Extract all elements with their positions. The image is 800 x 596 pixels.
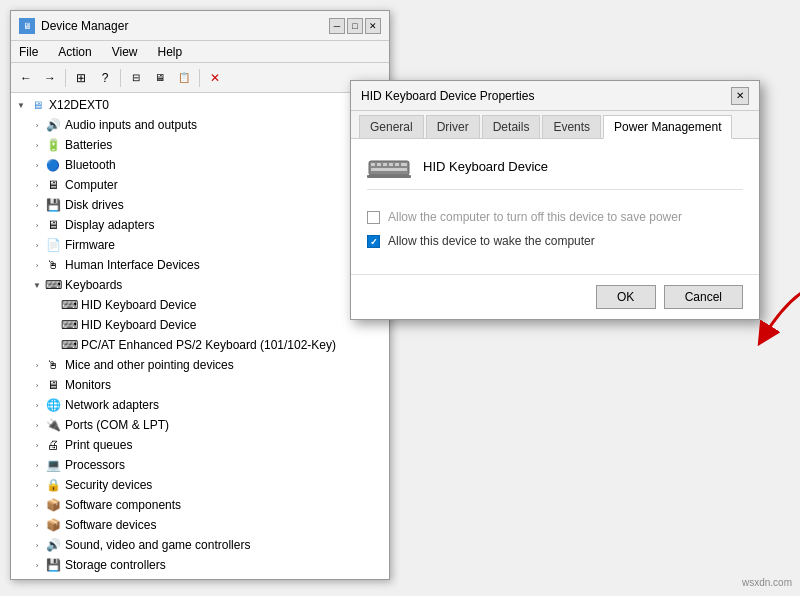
item-label: Monitors [65, 378, 111, 392]
expand-icon: › [31, 359, 43, 371]
keyboards-label: Keyboards [65, 278, 122, 292]
toolbar-sep1 [65, 69, 66, 87]
tab-general[interactable]: General [359, 115, 424, 138]
dialog-tabs: General Driver Details Events Power Mana… [351, 111, 759, 139]
list-item[interactable]: › 🔌 Ports (COM & LPT) [11, 415, 389, 435]
properties-dialog: HID Keyboard Device Properties ✕ General… [350, 80, 760, 320]
svg-rect-5 [395, 163, 399, 166]
menu-view[interactable]: View [108, 44, 142, 60]
cancel-button[interactable]: Cancel [664, 285, 743, 309]
item-label: System devices [65, 578, 149, 579]
item-label: Mice and other pointing devices [65, 358, 234, 372]
list-item[interactable]: ⌨ PC/AT Enhanced PS/2 Keyboard (101/102-… [11, 335, 389, 355]
expand-icon: › [31, 499, 43, 511]
expand-icon [47, 299, 59, 311]
expand-icon: › [31, 479, 43, 491]
list-item[interactable]: › 🔵 Bluetooth [11, 155, 389, 175]
expand-icon: › [31, 139, 43, 151]
expand-icon: › [31, 559, 43, 571]
window-icon: 🖥 [19, 18, 35, 34]
list-item[interactable]: › 🖱 Mice and other pointing devices [11, 355, 389, 375]
list-item[interactable]: › 💾 Storage controllers [11, 555, 389, 575]
print-icon: 🖨 [45, 437, 61, 453]
toolbar-clipboard[interactable]: 📋 [173, 67, 195, 89]
list-item[interactable]: › 🖥 Computer [11, 175, 389, 195]
tab-driver[interactable]: Driver [426, 115, 480, 138]
tab-events[interactable]: Events [542, 115, 601, 138]
keyboards-item[interactable]: ▼ ⌨ Keyboards [11, 275, 389, 295]
close-button[interactable]: ✕ [365, 18, 381, 34]
list-item[interactable]: › 💻 Processors [11, 455, 389, 475]
toolbar-back[interactable]: ← [15, 67, 37, 89]
svg-rect-6 [401, 163, 407, 166]
list-item[interactable]: › 📦 Software components [11, 495, 389, 515]
root-label: X12DEXT0 [49, 98, 109, 112]
device-manager-window: 🖥 Device Manager ─ □ ✕ File Action View … [10, 10, 390, 580]
list-item[interactable]: ⌨ HID Keyboard Device [11, 315, 389, 335]
list-item[interactable]: › 🔊 Sound, video and game controllers [11, 535, 389, 555]
list-item[interactable]: › 🖨 Print queues [11, 435, 389, 455]
monitors-icon: 🖥 [45, 377, 61, 393]
toolbar-display[interactable]: 🖥 [149, 67, 171, 89]
toolbar-scan[interactable]: ⊟ [125, 67, 147, 89]
tab-power-management[interactable]: Power Management [603, 115, 732, 139]
expand-icon: › [31, 439, 43, 451]
item-label: Network adapters [65, 398, 159, 412]
menu-help[interactable]: Help [154, 44, 187, 60]
svg-rect-3 [383, 163, 387, 166]
expand-icon [47, 339, 59, 351]
computer-icon: 🖥 [29, 97, 45, 113]
list-item[interactable]: › 💾 Disk drives [11, 195, 389, 215]
item-label: HID Keyboard Device [81, 318, 196, 332]
toolbar-properties[interactable]: ⊞ [70, 67, 92, 89]
storage-icon: 💾 [45, 557, 61, 573]
hid-keyboard2-icon: ⌨ [61, 317, 77, 333]
expand-icon: › [31, 259, 43, 271]
list-item[interactable]: › 📦 Software devices [11, 515, 389, 535]
item-label: Ports (COM & LPT) [65, 418, 169, 432]
keyboard-folder-icon: ⌨ [45, 277, 61, 293]
svg-rect-4 [389, 163, 393, 166]
list-item[interactable]: › 🖥 Display adapters [11, 215, 389, 235]
item-label: Human Interface Devices [65, 258, 200, 272]
ok-button[interactable]: OK [596, 285, 656, 309]
toolbar-forward[interactable]: → [39, 67, 61, 89]
dialog-close-button[interactable]: ✕ [731, 87, 749, 105]
hid-icon: 🖱 [45, 257, 61, 273]
svg-rect-2 [377, 163, 381, 166]
list-item[interactable]: › 🔋 Batteries [11, 135, 389, 155]
list-item[interactable]: › 🖥 Monitors [11, 375, 389, 395]
expand-icon: › [31, 519, 43, 531]
tab-details[interactable]: Details [482, 115, 541, 138]
allow-wake-checkbox[interactable] [367, 235, 380, 248]
list-item[interactable]: › 🖱 Human Interface Devices [11, 255, 389, 275]
expand-icon: › [31, 399, 43, 411]
list-item[interactable]: › 🌐 Network adapters [11, 395, 389, 415]
firmware-icon: 📄 [45, 237, 61, 253]
option-row-1: Allow the computer to turn off this devi… [367, 210, 743, 224]
system-icon: ⚙ [45, 577, 61, 579]
list-item[interactable]: › 🔒 Security devices [11, 475, 389, 495]
list-item[interactable]: › 📄 Firmware [11, 235, 389, 255]
expand-icon: › [31, 119, 43, 131]
tree-root[interactable]: ▼ 🖥 X12DEXT0 [11, 95, 389, 115]
expand-icon: › [31, 379, 43, 391]
software-dev-icon: 📦 [45, 517, 61, 533]
watermark: wsxdn.com [742, 577, 792, 588]
item-label: Firmware [65, 238, 115, 252]
expand-icon: › [31, 159, 43, 171]
menu-file[interactable]: File [15, 44, 42, 60]
list-item[interactable]: ⌨ HID Keyboard Device [11, 295, 389, 315]
expand-icon: › [31, 179, 43, 191]
menu-action[interactable]: Action [54, 44, 95, 60]
list-item[interactable]: › ⚙ System devices [11, 575, 389, 579]
toolbar-remove[interactable]: ✕ [204, 67, 226, 89]
list-item[interactable]: › 🔊 Audio inputs and outputs [11, 115, 389, 135]
toolbar-help[interactable]: ? [94, 67, 116, 89]
minimize-button[interactable]: ─ [329, 18, 345, 34]
security-icon: 🔒 [45, 477, 61, 493]
maximize-button[interactable]: □ [347, 18, 363, 34]
svg-rect-7 [371, 168, 407, 171]
item-label: Sound, video and game controllers [65, 538, 250, 552]
allow-turn-off-checkbox[interactable] [367, 211, 380, 224]
